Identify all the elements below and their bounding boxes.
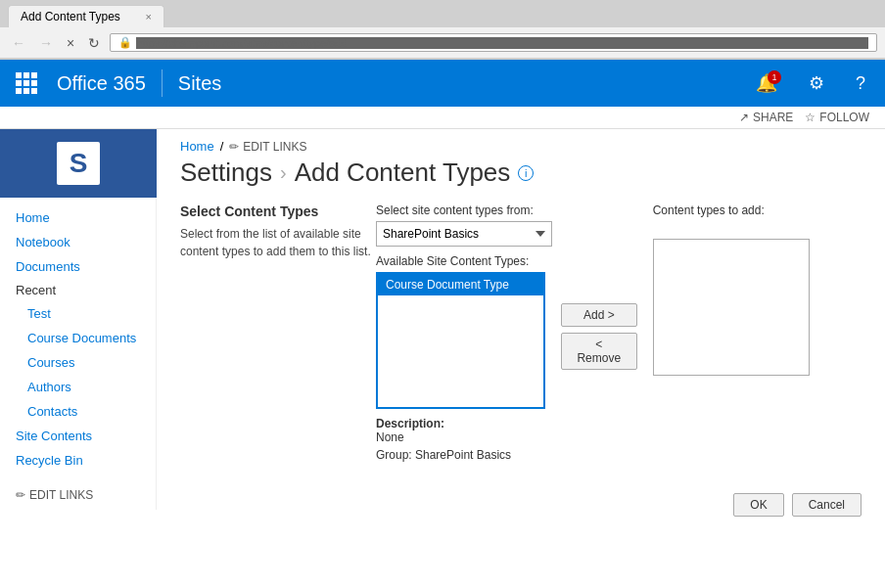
page-title-area: Settings › Add Content Types i <box>157 154 885 204</box>
tab-close-btn[interactable]: × <box>146 11 152 23</box>
sidebar-item-documents[interactable]: Documents <box>0 254 156 279</box>
follow-label: FOLLOW <box>819 111 869 124</box>
available-listbox[interactable]: Course Document Type <box>376 272 545 409</box>
share-label: SHARE <box>753 111 793 124</box>
sidebar-item-test[interactable]: Test <box>0 301 156 326</box>
browser-tab[interactable]: Add Content Types × <box>8 5 164 27</box>
sp-sidebar: Home Notebook Documents Recent Test Cour… <box>0 198 157 510</box>
url-text: https://sharepoint.com/sites/contenttype… <box>136 37 868 49</box>
form-right: Content types to add: <box>653 204 862 462</box>
sidebar-item-notebook[interactable]: Notebook <box>0 230 156 254</box>
notification-badge: 1 <box>768 70 781 84</box>
form-section-title: Select Content Types <box>180 204 376 219</box>
help-button[interactable]: ? <box>848 69 873 98</box>
form-description: Select Content Types Select from the lis… <box>180 204 376 462</box>
section-name: Sites <box>178 72 221 95</box>
cancel-button[interactable]: Cancel <box>792 493 862 517</box>
content-types-box[interactable] <box>653 239 810 376</box>
add-remove-buttons: Add > < Remove <box>561 303 637 370</box>
content-type-select[interactable]: SharePoint Basics All Groups Document Co… <box>376 221 552 247</box>
title-arrow: › <box>280 161 287 184</box>
o365-header: Office 365 Sites 🔔 1 ⚙ ? <box>0 60 885 107</box>
sp-form: Select Content Types Select from the lis… <box>157 204 885 462</box>
sp-logo-letter: S <box>57 142 100 185</box>
footer-buttons: OK Cancel <box>157 477 885 532</box>
pencil-icon: ✏ <box>16 488 25 502</box>
lock-icon: 🔒 <box>118 36 132 49</box>
content-types-label: Content types to add: <box>653 204 862 217</box>
sp-logo: S <box>0 129 157 198</box>
available-label: Available Site Content Types: <box>376 254 637 268</box>
sidebar-item-contacts[interactable]: Contacts <box>0 399 156 424</box>
ok-button[interactable]: OK <box>733 493 783 517</box>
add-button[interactable]: Add > <box>561 303 637 327</box>
listbox-item-course-document-type[interactable]: Course Document Type <box>378 274 543 295</box>
sidebar-item-course-documents[interactable]: Course Documents <box>0 326 156 350</box>
info-icon[interactable]: i <box>518 165 534 181</box>
form-section-desc: Select from the list of available site c… <box>180 225 376 260</box>
sidebar-item-courses[interactable]: Courses <box>0 350 156 375</box>
waffle-menu[interactable] <box>12 68 41 98</box>
edit-links-label: EDIT LINKS <box>29 488 93 502</box>
pencil-icon-2: ✏ <box>229 140 239 154</box>
header-divider <box>162 69 163 97</box>
sidebar-nav: Home Notebook Documents Recent Test Cour… <box>0 198 156 480</box>
sidebar-item-recycle-bin[interactable]: Recycle Bin <box>0 448 156 473</box>
description-label: Description: <box>376 417 444 430</box>
page-title: Add Content Types <box>295 158 511 188</box>
sp-subheader: ↗ SHARE ☆ FOLLOW <box>0 107 885 129</box>
app-name: Office 365 <box>57 72 146 95</box>
sp-left-panel: S Home Notebook Documents Recent Test Co… <box>0 129 157 582</box>
settings-button[interactable]: ⚙ <box>801 68 832 98</box>
sidebar-item-home[interactable]: Home <box>0 205 156 230</box>
url-bar[interactable]: 🔒 https://sharepoint.com/sites/contentty… <box>110 33 877 52</box>
sidebar-item-site-contents[interactable]: Site Contents <box>0 424 156 448</box>
follow-button[interactable]: ☆ FOLLOW <box>805 111 869 124</box>
share-button[interactable]: ↗ SHARE <box>739 111 793 124</box>
select-label: Select site content types from: <box>376 204 637 217</box>
sidebar-edit-links[interactable]: ✏ EDIT LINKS <box>0 480 156 510</box>
star-icon: ☆ <box>805 111 815 124</box>
sidebar-item-authors[interactable]: Authors <box>0 375 156 399</box>
sp-content: Home / ✏ EDIT LINKS Settings › Add Conte… <box>157 129 885 582</box>
address-bar: ← → × ↻ 🔒 https://sharepoint.com/sites/c… <box>0 27 885 59</box>
breadcrumb: Home / ✏ EDIT LINKS <box>157 129 885 154</box>
breadcrumb-edit-label: EDIT LINKS <box>243 140 306 154</box>
breadcrumb-separator: / <box>220 139 224 154</box>
form-center: Select site content types from: SharePoi… <box>376 204 653 462</box>
group-label: Group: SharePoint Basics <box>376 448 637 462</box>
notification-button[interactable]: 🔔 1 <box>748 68 785 98</box>
forward-button[interactable]: → <box>35 33 57 53</box>
description-area: Description: None <box>376 417 637 444</box>
refresh-button[interactable]: ↻ <box>84 33 104 53</box>
close-button[interactable]: × <box>63 33 78 53</box>
breadcrumb-home[interactable]: Home <box>180 139 214 154</box>
sp-main: S Home Notebook Documents Recent Test Co… <box>0 129 885 582</box>
settings-title: Settings <box>180 158 272 188</box>
breadcrumb-edit-links[interactable]: ✏ EDIT LINKS <box>229 140 306 154</box>
back-button[interactable]: ← <box>8 33 29 53</box>
share-icon: ↗ <box>739 111 749 124</box>
sidebar-item-recent: Recent <box>0 279 156 301</box>
remove-button[interactable]: < Remove <box>561 333 637 370</box>
description-value: None <box>376 430 404 444</box>
tab-title: Add Content Types <box>21 10 120 23</box>
